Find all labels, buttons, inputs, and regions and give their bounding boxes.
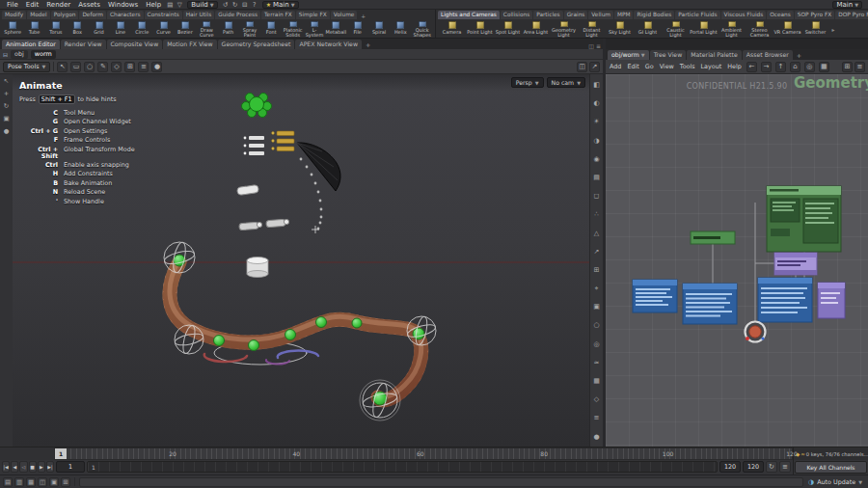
shelf-tool[interactable]: Line [110,20,131,38]
menu-item[interactable]: Render [42,0,74,10]
rotate-tool-icon[interactable]: ↻ [4,102,9,111]
wireframe-icon[interactable]: ◻ [594,187,600,205]
pane-tab[interactable]: Tree View [650,50,687,60]
grid-snap-network-icon[interactable]: ⊞ [842,62,853,72]
control-sphere[interactable] [352,318,362,328]
shelf-tab[interactable]: Vellum [588,11,613,19]
shelf-tool[interactable]: File [347,20,368,38]
fog-icon[interactable]: ≈ [594,354,600,372]
pane-tab[interactable]: APEX Network View [295,40,362,49]
menu-item[interactable]: Edit [22,0,43,10]
shelf-tab[interactable]: Grains [564,11,588,19]
shelf-tool[interactable]: Path [217,20,238,38]
guides-icon[interactable]: ◇ [594,391,599,409]
playhead[interactable]: 1 [55,448,67,459]
shelf-tab[interactable]: Guide Process [215,11,260,19]
shelf-tool[interactable]: Tube [23,20,44,38]
node-blue-panel[interactable] [633,280,677,312]
vectors-icon[interactable]: ↗ [594,243,600,261]
network-menu-item[interactable]: View [659,63,675,70]
home-network-icon[interactable]: ⌂ [790,62,800,72]
play-button[interactable]: ▶ [38,461,45,473]
play-reverse-button[interactable]: ◁ [19,461,27,473]
shelf-tool[interactable]: Spot Light [494,20,522,38]
camera-selector[interactable]: No cam ▼ [547,77,585,88]
cook-stats-icon[interactable]: ▥ [14,477,24,487]
pane-split-icon[interactable]: ◫ [588,42,594,49]
fan-handle-widget[interactable] [297,143,340,191]
normals-icon[interactable]: △ [594,225,599,243]
shelf-tool[interactable]: Spiral [368,20,390,38]
node-blue-panel[interactable] [758,278,812,322]
add-pane-tab-button[interactable]: + [794,52,804,60]
help-icon[interactable]: ? [250,0,259,10]
scene-selector[interactable]: ★ Main ▼ [262,1,299,9]
grid-snap-icon[interactable]: ⊞ [124,62,135,72]
shelf-tool[interactable]: Grid [88,20,109,38]
color-palette-icon[interactable]: ▦ [819,62,829,72]
control-sphere[interactable] [174,255,185,266]
view-layout-icon[interactable]: ◧ [593,76,600,95]
gnomon-icon[interactable]: ⌖ [595,280,599,298]
pane-tab[interactable]: Motion FX View [163,40,216,49]
brush-pick-icon[interactable]: ✎ [97,62,108,72]
view-pin-icon[interactable]: ○ [593,316,599,335]
menu-item[interactable]: Windows [104,0,142,10]
units-icon[interactable]: ⊞ [61,477,70,487]
menu-item[interactable]: File [3,0,22,10]
back-icon[interactable]: ← [746,62,757,72]
network-menu-item[interactable]: Help [726,63,743,70]
prev-frame-button[interactable]: ◀ [11,461,18,473]
node-worm-object[interactable] [746,322,766,342]
network-canvas[interactable]: CONFIDENTIAL H21.5.90 Geometry [606,74,868,447]
worm-geometry[interactable] [170,259,421,400]
network-menu-icon[interactable]: ≡ [854,62,865,72]
shelf-tab[interactable]: Particles [533,11,562,19]
background-icon[interactable]: ▦ [593,372,600,391]
up-level-icon[interactable]: ↑ [775,62,786,72]
undo-icon[interactable]: ↺ [221,0,231,10]
shelf-tool[interactable]: Draw Curve [196,20,217,38]
rig-gear-widget[interactable] [242,94,272,118]
expand-pane-icon[interactable]: ↗ [589,62,600,72]
network-menu-item[interactable]: Layout [700,63,723,70]
snap-toggle-icon[interactable]: ◇ [111,62,122,72]
pane-tab[interactable]: Render View [61,40,106,49]
shelf-tool[interactable]: Torus [45,20,67,38]
shelf-tool[interactable]: GI Light [634,20,662,38]
control-sphere[interactable] [214,336,225,346]
redo-icon[interactable]: ↻ [231,0,240,10]
menu-item[interactable]: Assets [74,0,104,10]
shelf-tab[interactable]: Terrain FX [261,11,295,19]
shelf-tool[interactable]: Caustic Light [662,20,690,38]
shelf-scroll-button[interactable]: ▸ [829,20,837,38]
shelf-tool[interactable]: L-System [304,20,325,38]
keyed-channel-list-widget[interactable] [272,131,294,151]
shelf-tab[interactable]: Modify [2,11,26,19]
shelf-tool[interactable]: Helix [390,20,411,38]
shelf-tab[interactable]: SOP Pyro FX [795,11,834,19]
shelf-tool[interactable]: Circle [131,20,152,38]
lighting-icon[interactable]: ☀ [593,113,599,131]
menu-item[interactable]: Help [142,0,165,10]
shelf-tool[interactable]: Bezier [175,20,196,38]
network-menu-item[interactable]: Go [644,63,655,70]
pane-tab[interactable]: Animation Editor [2,40,60,49]
shelf-tool[interactable]: Distant Light [578,20,606,38]
keyframe-mode-icon[interactable]: ● [151,62,162,72]
desktop-selector[interactable]: Build ▼ [187,1,217,9]
shelf-tool[interactable]: Point Light [466,20,494,38]
node-blue-panel[interactable] [683,284,737,324]
shelf-tab[interactable]: Deform [79,11,106,19]
select-arrow-icon[interactable]: ↖ [57,62,68,72]
snapshot-view-icon[interactable]: ◎ [593,336,599,354]
pane-tab[interactable]: Material Palette [687,50,742,60]
range-end-field[interactable]: 120 [719,461,741,473]
playbar-options-icon[interactable]: ≡ [779,461,791,473]
network-menu-item[interactable]: Tools [679,63,696,70]
shelf-tab[interactable]: Model [27,11,49,19]
texture-icon[interactable]: ▤ [593,169,600,187]
pose-tool-icon[interactable]: ● [4,127,10,136]
add-pane-tab-button[interactable]: + [363,41,373,49]
update-mode-selector[interactable]: ◑ Auto Update ▼ [805,478,865,486]
